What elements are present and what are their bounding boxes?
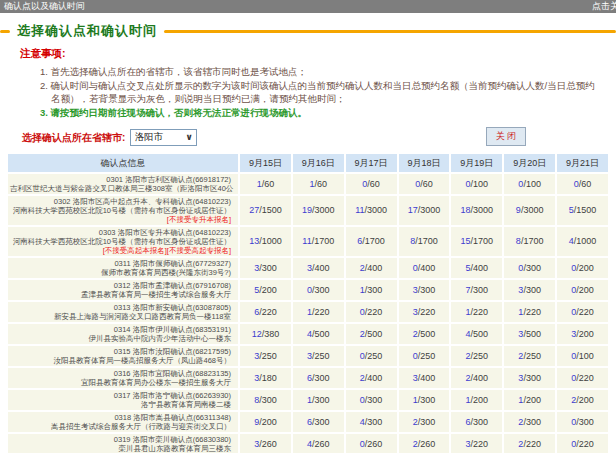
quota-cell[interactable]: 3/300 [240, 258, 291, 278]
quota-cell[interactable]: 6/300 [293, 368, 344, 388]
quota-cell[interactable]: 1/220 [504, 302, 555, 322]
quota-cell[interactable]: 2/500 [399, 324, 450, 344]
quota-cell[interactable]: 3/300 [504, 280, 555, 300]
quota-cell[interactable]: 1/220 [293, 302, 344, 322]
quota-cell[interactable]: 0/200 [557, 280, 608, 300]
quota-cell[interactable]: 2/260 [399, 434, 450, 453]
close-button[interactable]: 关 闭 [486, 127, 526, 146]
quota-cell[interactable]: 0/100 [557, 346, 608, 366]
city-selector-label: 选择确认点所在省辖市: [22, 132, 125, 143]
quota-cell[interactable]: 2/200 [557, 390, 608, 410]
quota-cell[interactable]: 4/1000 [557, 227, 608, 256]
quota-cell[interactable]: 3/250 [293, 346, 344, 366]
daily-quota: /1500 [574, 205, 597, 215]
quota-cell[interactable]: 0/220 [557, 368, 608, 388]
quota-cell[interactable]: 4/260 [293, 434, 344, 453]
quota-cell[interactable]: 3/200 [557, 324, 608, 344]
quota-cell[interactable]: 6/300 [451, 412, 502, 432]
daily-quota: /380 [262, 329, 280, 339]
quota-cell[interactable]: 9/3000 [504, 196, 555, 225]
booked-count: 19 [302, 205, 312, 215]
quota-cell[interactable]: 0/300 [504, 258, 555, 278]
quota-cell[interactable]: 0/250 [346, 346, 397, 366]
quota-cell[interactable]: 4/500 [451, 324, 502, 344]
quota-cell[interactable]: 2/400 [451, 368, 502, 388]
quota-cell[interactable]: 6/1700 [346, 227, 397, 256]
quota-cell[interactable]: 2/300 [504, 412, 555, 432]
quota-cell[interactable]: 6/300 [293, 412, 344, 432]
quota-cell[interactable]: 1/200 [504, 390, 555, 410]
quota-cell[interactable]: 27/1500 [240, 196, 291, 225]
daily-quota: /400 [365, 373, 383, 383]
quota-cell[interactable]: 0/60 [557, 174, 608, 194]
quota-cell[interactable]: 0/100 [504, 174, 555, 194]
quota-cell[interactable]: 0/300 [293, 280, 344, 300]
point-name: 0311 洛阳市偃师确认点(67729327) [10, 259, 231, 268]
quota-cell[interactable]: 12/380 [240, 324, 291, 344]
quota-cell[interactable]: 2/400 [346, 258, 397, 278]
quota-cell[interactable]: 2/250 [504, 346, 555, 366]
quota-cell[interactable]: 4/300 [346, 412, 397, 432]
daily-quota: /250 [418, 351, 436, 361]
quota-cell[interactable]: 3/220 [399, 302, 450, 322]
quota-cell[interactable]: 3/250 [240, 346, 291, 366]
quota-cell[interactable]: 1/300 [346, 280, 397, 300]
quota-cell[interactable]: 0/220 [557, 434, 608, 453]
quota-cell[interactable]: 4/500 [293, 324, 344, 344]
quota-cell[interactable]: 0/100 [451, 174, 502, 194]
quota-cell[interactable]: 3/300 [399, 280, 450, 300]
quota-cell[interactable]: 2/400 [346, 368, 397, 388]
quota-cell[interactable]: 0/60 [346, 174, 397, 194]
quota-cell[interactable]: 19/3000 [293, 196, 344, 225]
quota-cell[interactable]: 0/200 [557, 258, 608, 278]
quota-cell[interactable]: 5/1500 [557, 196, 608, 225]
city-select[interactable]: 洛阳市 ∨ [130, 129, 197, 146]
quota-cell[interactable]: 0/250 [399, 346, 450, 366]
quota-cell[interactable]: 0/300 [557, 412, 608, 432]
quota-cell[interactable]: 0/260 [346, 434, 397, 453]
quota-cell[interactable]: 3/300 [504, 368, 555, 388]
quota-cell[interactable]: 11/3000 [346, 196, 397, 225]
quota-cell[interactable]: 2/250 [451, 346, 502, 366]
quota-cell[interactable]: 1/220 [451, 302, 502, 322]
close-link[interactable]: 点击关闭 [592, 0, 616, 13]
quota-cell[interactable]: 5/200 [240, 280, 291, 300]
quota-cell[interactable]: 13/1000 [240, 227, 291, 256]
quota-cell[interactable]: 1/300 [399, 390, 450, 410]
quota-cell[interactable]: 0/220 [557, 302, 608, 322]
daily-quota: /500 [365, 329, 383, 339]
quota-cell[interactable]: 8/1700 [504, 227, 555, 256]
quota-cell[interactable]: 2/220 [504, 434, 555, 453]
daily-quota: /500 [471, 329, 489, 339]
quota-cell[interactable]: 1/200 [451, 390, 502, 410]
quota-cell[interactable]: 3/400 [293, 258, 344, 278]
daily-quota: /500 [418, 329, 436, 339]
quota-cell[interactable]: 3/500 [504, 324, 555, 344]
daily-quota: /1700 [521, 236, 544, 246]
quota-cell[interactable]: 2/300 [399, 412, 450, 432]
quota-cell[interactable]: 7/300 [451, 280, 502, 300]
quota-cell[interactable]: 8/1700 [399, 227, 450, 256]
quota-cell[interactable]: 17/3000 [399, 196, 450, 225]
quota-cell[interactable]: 15/1700 [451, 227, 502, 256]
quota-cell[interactable]: 8/300 [240, 390, 291, 410]
quota-cell[interactable]: 0/60 [399, 174, 450, 194]
quota-cell[interactable]: 0/300 [346, 390, 397, 410]
quota-cell[interactable]: 11/1700 [293, 227, 344, 256]
quota-cell[interactable]: 2/500 [346, 324, 397, 344]
quota-cell[interactable]: 3/220 [451, 434, 502, 453]
quota-cell[interactable]: 6/220 [240, 302, 291, 322]
quota-cell[interactable]: 3/180 [240, 368, 291, 388]
quota-cell[interactable]: 3/400 [399, 368, 450, 388]
quota-cell[interactable]: 3/260 [240, 434, 291, 453]
quota-cell[interactable]: 1/60 [240, 174, 291, 194]
quota-cell[interactable]: 1/300 [293, 390, 344, 410]
daily-quota: /300 [365, 395, 383, 405]
quota-cell[interactable]: 9/200 [240, 412, 291, 432]
quota-cell[interactable]: 18/3000 [451, 196, 502, 225]
quota-cell[interactable]: 0/400 [399, 258, 450, 278]
quota-cell[interactable]: 1/60 [293, 174, 344, 194]
point-address: 偃师市教育体育局西楼(兴隆东街39号?) [10, 268, 231, 277]
quota-cell[interactable]: 0/220 [346, 302, 397, 322]
quota-cell[interactable]: 5/400 [451, 258, 502, 278]
